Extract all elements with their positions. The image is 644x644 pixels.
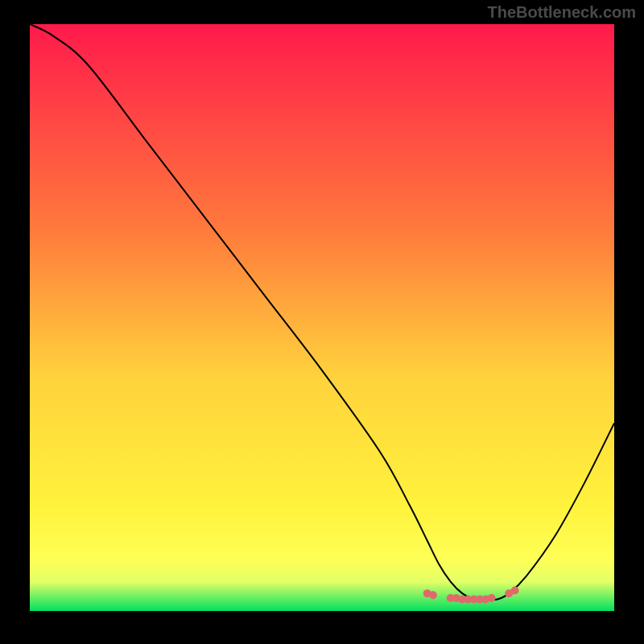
watermark-text: TheBottleneck.com xyxy=(488,3,636,22)
chart-svg xyxy=(30,24,614,611)
optimal-dot xyxy=(429,591,437,599)
plot-area xyxy=(30,24,614,611)
optimal-dot xyxy=(488,594,496,602)
gradient-background xyxy=(30,24,614,611)
optimal-dot xyxy=(511,586,519,594)
